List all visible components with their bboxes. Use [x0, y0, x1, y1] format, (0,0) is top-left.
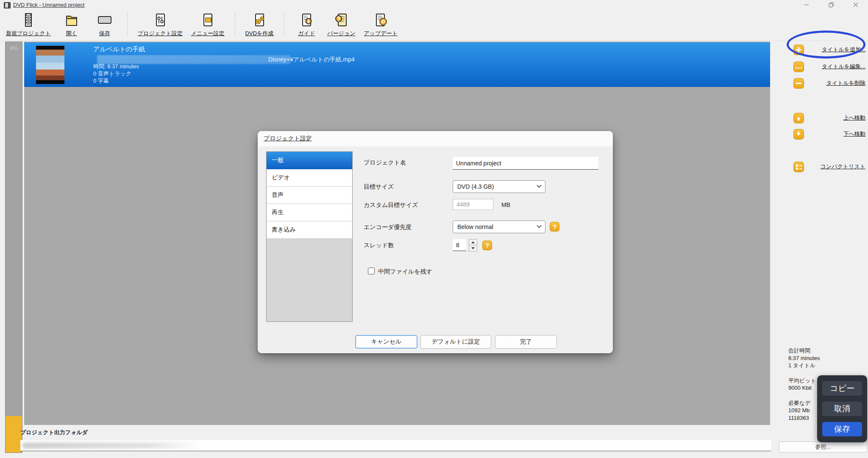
delete-title-button[interactable]: タイトルを削除 — [793, 78, 865, 89]
nav-item-general[interactable]: 一般 — [267, 152, 352, 169]
target-size-value: DVD (4.3 GB) — [457, 183, 494, 190]
target-size-dropdown[interactable]: DVD (4.3 GB) — [453, 180, 545, 193]
toolbar-version[interactable]: バージョン — [323, 9, 359, 37]
encoder-priority-dropdown[interactable]: Below normal — [453, 221, 545, 233]
restore-button[interactable] — [819, 0, 843, 9]
total-time-value: 6:37 minutes — [788, 355, 867, 362]
triangle-up-icon — [471, 240, 475, 243]
toolbar-open[interactable]: 開く — [55, 9, 88, 37]
keep-intermediate-checkbox[interactable] — [368, 268, 375, 274]
output-folder-label: プロジェクト出力フォルダ — [20, 429, 88, 436]
title-name: アルベルトの手紙 — [93, 45, 145, 53]
update-icon — [373, 12, 388, 28]
keep-intermediate-label: 中間ファイルを残す — [378, 268, 432, 276]
stepper-up-button[interactable] — [469, 239, 477, 246]
toolbar-create-dvd[interactable]: DVDを作成 — [241, 9, 278, 37]
toolbar-guide[interactable]: ガイド — [290, 9, 323, 37]
arrow-down-icon — [793, 129, 804, 140]
toolbar-label: 開く — [66, 30, 77, 37]
toolbar: 新規プロジェクト 開く 保存 プロジェクト設定 メニュー設定 DVDを作成 — [0, 9, 868, 41]
nav-item-audio[interactable]: 音声 — [267, 187, 352, 204]
encoder-priority-value: Below normal — [457, 223, 493, 230]
open-icon — [64, 12, 79, 28]
compact-list-label: コンパクトリスト — [804, 163, 865, 170]
dialog-set-default-button[interactable]: デフォルトに設定 — [420, 335, 491, 349]
chevron-down-icon — [537, 223, 541, 228]
thread-count-input[interactable] — [453, 239, 466, 251]
add-title-label: タイトルを追加... — [804, 46, 865, 53]
app-icon — [4, 2, 11, 8]
add-title-button[interactable]: タイトルを追加... — [793, 44, 865, 55]
cancel-button[interactable]: 取消 — [822, 402, 862, 416]
thread-count-label: スレッド数 — [364, 242, 394, 249]
menu-settings-icon — [200, 12, 215, 28]
title-subtitles: 0 字幕 — [93, 77, 139, 84]
move-up-button[interactable]: 上へ移動 — [793, 112, 865, 123]
minus-icon — [793, 78, 804, 89]
toolbar-new-project[interactable]: 新規プロジェクト — [2, 9, 55, 37]
toolbar-menu-settings[interactable]: メニュー設定 — [187, 9, 229, 37]
toolbar-project-settings[interactable]: プロジェクト設定 — [134, 9, 187, 37]
custom-size-unit: MB — [501, 201, 510, 208]
title-duration: 時間: 6:37 minutes — [93, 63, 139, 70]
arrow-up-icon — [793, 113, 804, 123]
toolbar-update[interactable]: アップデート — [360, 9, 402, 37]
compact-list-button[interactable]: コンパクトリスト — [793, 161, 865, 172]
dialog-nav: 一般 ビデオ 音声 再生 書き込み — [266, 151, 353, 322]
chevron-down-icon — [537, 183, 541, 188]
progress-fill — [6, 416, 22, 452]
title-count: 1 タイトル — [788, 362, 867, 369]
custom-size-input[interactable] — [453, 199, 493, 210]
screenshot-overlay-menu: コピー 取消 保存 — [817, 375, 867, 442]
toolbar-separator — [235, 12, 235, 36]
thread-count-stepper — [469, 239, 477, 251]
dialog-done-button[interactable]: 完了 — [495, 335, 557, 349]
dialog-titlebar: プロジェクト設定 — [258, 131, 613, 146]
encoder-priority-help-button[interactable]: ? — [550, 222, 559, 232]
custom-size-label: カスタム目標サイズ — [364, 201, 418, 209]
title-list-item-selected[interactable]: アルベルトの手紙 Disney+¥アルベルトの手紙.mp4 時間: 6:37 m… — [24, 42, 770, 87]
encode-progress-gauge: 9% — [5, 42, 22, 453]
move-down-button[interactable]: 下へ移動 — [793, 128, 865, 140]
new-project-icon — [21, 12, 36, 28]
titlebar: DVD Flick - Unnamed project — [0, 0, 868, 9]
project-name-label: プロジェクト名 — [364, 159, 406, 167]
toolbar-save[interactable]: 保存 — [88, 9, 121, 37]
compact-list-icon — [793, 162, 804, 172]
guide-icon — [299, 12, 314, 28]
copy-button[interactable]: コピー — [822, 381, 862, 396]
edit-title-button[interactable]: タイトルを編集... — [793, 61, 865, 72]
nav-item-burning[interactable]: 書き込み — [267, 221, 352, 239]
toolbar-label: DVDを作成 — [245, 30, 274, 37]
plus-icon — [793, 45, 804, 55]
video-thumbnail — [36, 46, 64, 84]
thread-count-help-button[interactable]: ? — [482, 240, 492, 250]
toolbar-label: 保存 — [99, 30, 110, 37]
project-settings-dialog: プロジェクト設定 一般 ビデオ 音声 再生 書き込み プロジェクト名 目標サイズ… — [258, 131, 613, 353]
title-audio-tracks: 0 音声トラック — [93, 70, 139, 77]
redacted-output-path-blur — [22, 442, 202, 449]
minimize-button[interactable] — [794, 0, 819, 9]
save-button[interactable]: 保存 — [822, 422, 862, 436]
toolbar-label: メニュー設定 — [191, 30, 225, 37]
encoder-priority-label: エンコーダ優先度 — [364, 223, 412, 231]
target-size-label: 目標サイズ — [364, 183, 394, 191]
toolbar-label: プロジェクト設定 — [138, 30, 183, 37]
nav-item-video[interactable]: ビデオ — [267, 169, 352, 187]
toolbar-separator — [127, 12, 128, 36]
total-time-label: 合計時間 — [788, 347, 867, 355]
move-down-label: 下へ移動 — [804, 130, 865, 138]
delete-title-label: タイトルを削除 — [804, 79, 865, 87]
project-name-input[interactable] — [453, 157, 598, 170]
triangle-down-icon — [471, 247, 475, 251]
stepper-down-button[interactable] — [469, 246, 477, 251]
nav-item-playback[interactable]: 再生 — [267, 204, 352, 221]
dialog-cancel-button[interactable]: キャンセル — [355, 335, 417, 349]
toolbar-label: アップデート — [364, 30, 398, 37]
toolbar-label: 新規プロジェクト — [6, 30, 51, 37]
close-button[interactable] — [843, 0, 868, 9]
create-dvd-icon — [252, 12, 267, 28]
title-file-path: Disney+¥アルベルトの手紙.mp4 — [268, 56, 355, 64]
browse-button[interactable]: 参照... — [779, 441, 867, 452]
toolbar-separator — [284, 12, 284, 36]
